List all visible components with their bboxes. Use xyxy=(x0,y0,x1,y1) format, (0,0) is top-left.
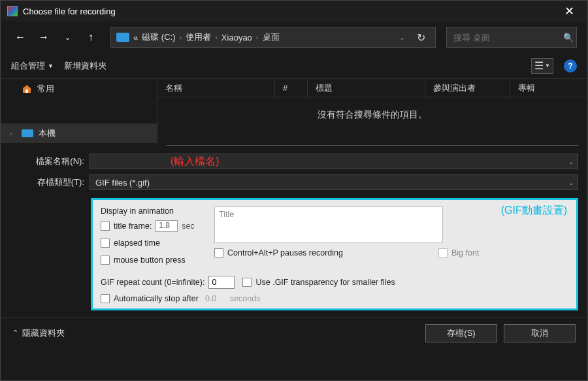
title-frame-checkbox[interactable] xyxy=(101,222,110,231)
drive-icon xyxy=(116,33,129,42)
save-button[interactable]: 存檔(S) xyxy=(425,324,497,342)
breadcrumb: « 磁碟 (C:) › 使用者 › Xiaoyao › 桌面 xyxy=(133,31,280,43)
filename-label: 檔案名稱(N): xyxy=(10,156,84,167)
seconds-label: seconds xyxy=(230,294,261,303)
organize-button[interactable]: 組合管理 ▼ xyxy=(11,60,54,72)
col-number[interactable]: # xyxy=(275,79,308,97)
address-bar[interactable]: « 磁碟 (C:) › 使用者 › Xiaoyao › 桌面 ⌄ ↻ xyxy=(110,27,436,48)
auto-stop-checkbox[interactable] xyxy=(101,294,110,303)
chevron-down-icon[interactable]: ⌄ xyxy=(568,158,574,165)
empty-message: 沒有符合搜尋條件的項目。 xyxy=(157,97,587,145)
cancel-button[interactable]: 取消 xyxy=(504,324,576,342)
title-textbox[interactable]: Title xyxy=(214,207,443,243)
view-button[interactable]: ☰ ▼ xyxy=(531,58,553,74)
crumb-item[interactable]: 桌面 xyxy=(263,31,280,43)
toolbar: 組合管理 ▼ 新增資料夾 ☰ ▼ ? xyxy=(1,53,587,79)
new-folder-button[interactable]: 新增資料夾 xyxy=(64,60,106,72)
chevron-down-icon: ▼ xyxy=(545,63,550,69)
body: 常用 › 本機 名稱 # 標題 參與演出者 專輯 沒有符合搜尋條件的項目。 xyxy=(1,79,587,146)
app-icon xyxy=(7,6,18,16)
repeat-count-input[interactable] xyxy=(208,276,235,289)
footer: ⌃ 隱藏資料夾 存檔(S) 取消 xyxy=(1,317,587,348)
chevron-up-icon: ⌃ xyxy=(12,329,18,337)
chevron-down-icon[interactable]: ⌄ xyxy=(399,33,405,42)
chevron-right-icon: › xyxy=(180,33,182,41)
sidebar-item-thispc[interactable]: › 本機 xyxy=(1,124,157,143)
search-icon[interactable]: 🔍 xyxy=(563,33,574,42)
organize-label: 組合管理 xyxy=(11,60,45,72)
help-icon[interactable]: ? xyxy=(564,59,577,73)
hide-folders-button[interactable]: ⌃ 隱藏資料夾 xyxy=(12,327,65,339)
big-font-label: Big font xyxy=(451,248,479,257)
chevron-right-icon: › xyxy=(215,33,218,41)
auto-stop-label: Automatically stop after xyxy=(114,294,199,303)
sidebar-item-label: 本機 xyxy=(39,127,56,139)
crumb-item[interactable]: Xiaoyao xyxy=(221,33,252,42)
window-title: Choose file for recording xyxy=(23,7,558,16)
search-box[interactable]: 🔍 xyxy=(446,27,577,48)
up-icon[interactable]: ↑ xyxy=(82,28,100,46)
title-frame-value[interactable]: 1.8 xyxy=(155,220,178,232)
crumb-item[interactable]: 使用者 xyxy=(186,31,211,43)
filename-input[interactable]: ⌄ xyxy=(90,154,578,169)
elapsed-time-checkbox[interactable] xyxy=(101,239,110,248)
save-dialog: Choose file for recording ✕ ← → ⌄ ↑ « 磁碟… xyxy=(0,0,588,381)
home-icon xyxy=(22,84,32,94)
forward-icon[interactable]: → xyxy=(35,28,53,46)
transparency-label: Use .GIF transparency for smaller files xyxy=(255,278,395,287)
col-artist[interactable]: 參與演出者 xyxy=(425,79,510,97)
crumb-prefix: « xyxy=(133,33,138,42)
chevron-down-icon: ▼ xyxy=(48,63,54,69)
svg-rect-0 xyxy=(25,90,28,93)
chevron-down-icon[interactable]: ⌄ xyxy=(568,179,574,186)
sidebar-item-frequent[interactable]: 常用 xyxy=(1,79,157,99)
hide-folders-label: 隱藏資料夾 xyxy=(22,327,65,339)
list-header: 名稱 # 標題 參與演出者 專輯 xyxy=(157,79,587,97)
filetype-select[interactable]: GIF files (*.gif) ⌄ xyxy=(90,174,578,190)
repeat-count-label: GIF repeat count (0=infinite): xyxy=(101,278,204,287)
navbar: ← → ⌄ ↑ « 磁碟 (C:) › 使用者 › Xiaoyao › 桌面 ⌄… xyxy=(1,22,587,53)
filetype-value: GIF files (*.gif) xyxy=(95,178,150,188)
crumb-item[interactable]: 磁碟 (C:) xyxy=(142,31,175,43)
sidebar-item-label: 常用 xyxy=(37,83,54,95)
transparency-checkbox[interactable] xyxy=(242,278,252,287)
mouse-press-label: mouse button press xyxy=(114,256,186,265)
recent-dropdown-icon[interactable]: ⌄ xyxy=(58,28,76,46)
col-name[interactable]: 名稱 xyxy=(157,79,275,97)
close-icon[interactable]: ✕ xyxy=(558,4,581,18)
pause-hotkey-checkbox[interactable] xyxy=(214,248,223,257)
title-frame-label: title frame: xyxy=(114,222,152,231)
refresh-icon[interactable]: ↻ xyxy=(412,31,430,44)
filetype-label: 存檔類型(T): xyxy=(10,176,84,188)
big-font-checkbox[interactable] xyxy=(438,248,448,257)
file-list: 名稱 # 標題 參與演出者 專輯 沒有符合搜尋條件的項目。 xyxy=(157,79,587,146)
mouse-press-checkbox[interactable] xyxy=(101,256,110,265)
display-group-label: Display in animation xyxy=(101,207,201,216)
pc-icon xyxy=(22,129,33,137)
pause-hotkey-label: Control+Alt+P pauses recording xyxy=(227,248,343,257)
title-placeholder: Title xyxy=(219,210,234,219)
auto-stop-value[interactable]: 0.0 xyxy=(203,294,226,303)
list-view-icon: ☰ xyxy=(534,59,544,72)
col-title[interactable]: 標題 xyxy=(308,79,425,97)
field-rows: 檔案名稱(N): ⌄ (輸入檔名) 存檔類型(T): GIF files (*.… xyxy=(1,146,587,198)
search-input[interactable] xyxy=(453,33,563,42)
sidebar: 常用 › 本機 xyxy=(1,79,157,146)
elapsed-time-label: elapsed time xyxy=(114,239,160,248)
gif-options-panel: (GIF動畫設置) Display in animation title fra… xyxy=(91,198,578,310)
chevron-right-icon: › xyxy=(256,33,259,41)
back-icon[interactable]: ← xyxy=(11,28,29,46)
chevron-right-icon[interactable]: › xyxy=(10,130,16,137)
col-album[interactable]: 專輯 xyxy=(510,79,587,97)
titlebar: Choose file for recording ✕ xyxy=(1,1,587,22)
sec-label: sec xyxy=(182,222,194,231)
